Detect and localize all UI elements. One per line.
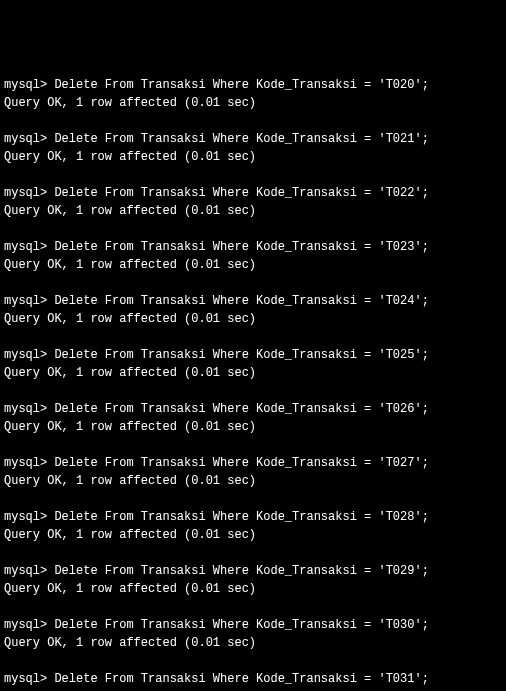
response-line: Query OK, 1 row affected (0.01 sec) (4, 526, 502, 544)
response-line: Query OK, 1 row affected (0.01 sec) (4, 256, 502, 274)
command-line: mysql> Delete From Transaksi Where Kode_… (4, 130, 502, 148)
query-block: mysql> Delete From Transaksi Where Kode_… (4, 238, 502, 274)
terminal-output: mysql> Delete From Transaksi Where Kode_… (4, 76, 502, 691)
query-block: mysql> Delete From Transaksi Where Kode_… (4, 400, 502, 436)
command-line: mysql> Delete From Transaksi Where Kode_… (4, 76, 502, 94)
command-line: mysql> Delete From Transaksi Where Kode_… (4, 346, 502, 364)
command-line: mysql> Delete From Transaksi Where Kode_… (4, 400, 502, 418)
command-line: mysql> Delete From Transaksi Where Kode_… (4, 562, 502, 580)
response-line: Query OK, 1 row affected (0.01 sec) (4, 634, 502, 652)
response-line: Query OK, 1 row affected (0.01 sec) (4, 418, 502, 436)
query-block: mysql> Delete From Transaksi Where Kode_… (4, 562, 502, 598)
response-line: Query OK, 1 row affected (0.01 sec) (4, 472, 502, 490)
response-line: Query OK, 1 row affected (0.01 sec) (4, 364, 502, 382)
query-block: mysql> Delete From Transaksi Where Kode_… (4, 346, 502, 382)
response-line: Query OK, 1 row affected (0.01 sec) (4, 580, 502, 598)
command-line: mysql> Delete From Transaksi Where Kode_… (4, 238, 502, 256)
query-block: mysql> Delete From Transaksi Where Kode_… (4, 454, 502, 490)
query-block: mysql> Delete From Transaksi Where Kode_… (4, 508, 502, 544)
command-line: mysql> Delete From Transaksi Where Kode_… (4, 454, 502, 472)
command-line: mysql> Delete From Transaksi Where Kode_… (4, 670, 502, 688)
query-block: mysql> Delete From Transaksi Where Kode_… (4, 184, 502, 220)
query-block: mysql> Delete From Transaksi Where Kode_… (4, 616, 502, 652)
response-line: Query OK, 1 row affected (0.01 sec) (4, 94, 502, 112)
command-line: mysql> Delete From Transaksi Where Kode_… (4, 184, 502, 202)
query-block: mysql> Delete From Transaksi Where Kode_… (4, 76, 502, 112)
query-block: mysql> Delete From Transaksi Where Kode_… (4, 130, 502, 166)
response-line: Query OK, 1 row affected (0.01 sec) (4, 310, 502, 328)
response-line: Query OK, 1 row affected (0.01 sec) (4, 202, 502, 220)
command-line: mysql> Delete From Transaksi Where Kode_… (4, 508, 502, 526)
response-line: Query OK, 1 row affected (0.01 sec) (4, 148, 502, 166)
command-line: mysql> Delete From Transaksi Where Kode_… (4, 292, 502, 310)
command-line: mysql> Delete From Transaksi Where Kode_… (4, 616, 502, 634)
query-block: mysql> Delete From Transaksi Where Kode_… (4, 670, 502, 691)
query-block: mysql> Delete From Transaksi Where Kode_… (4, 292, 502, 328)
